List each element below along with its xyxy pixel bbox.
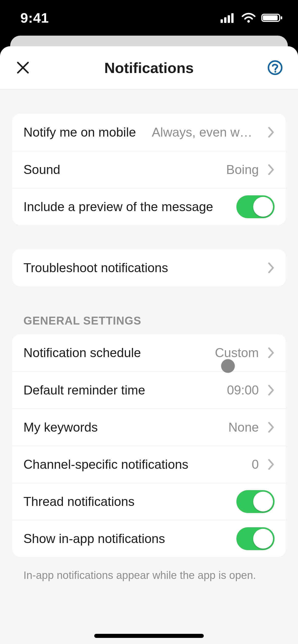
svg-rect-3: [231, 13, 234, 23]
help-icon: [267, 60, 283, 76]
svg-point-4: [247, 20, 250, 23]
chevron-right-icon: [267, 385, 275, 396]
chevron-right-icon: [267, 347, 275, 358]
row-label: Default reminder time: [23, 383, 145, 398]
chevron-right-icon: [267, 422, 275, 433]
inapp-toggle[interactable]: [236, 527, 275, 550]
row-value: 0: [252, 457, 259, 472]
threads-toggle[interactable]: [236, 490, 275, 513]
svg-rect-6: [263, 15, 278, 20]
row-value: Always, even wh…: [152, 125, 259, 140]
status-bar: 9:41: [0, 0, 298, 36]
row-notify-mobile[interactable]: Notify me on mobile Always, even wh…: [12, 114, 286, 151]
row-label: Include a preview of the message: [23, 199, 213, 214]
row-value: Custom: [215, 345, 259, 360]
chevron-right-icon: [267, 127, 275, 138]
footer-note: In-app notifications appear while the ap…: [23, 569, 286, 581]
row-troubleshoot[interactable]: Troubleshoot notifications: [12, 249, 286, 286]
row-sound[interactable]: Sound Boing: [12, 151, 286, 188]
card-mobile-notifications: Notify me on mobile Always, even wh… Sou…: [12, 114, 286, 225]
row-label: Show in-app notifications: [23, 531, 165, 546]
svg-rect-2: [228, 15, 230, 23]
svg-rect-1: [224, 17, 226, 23]
close-button[interactable]: [13, 57, 33, 78]
section-title-general: GENERAL SETTINGS: [23, 314, 286, 327]
card-troubleshoot: Troubleshoot notifications: [12, 249, 286, 286]
status-time: 9:41: [20, 10, 49, 26]
page-title: Notifications: [104, 59, 194, 76]
row-thread-notifications: Thread notifications: [12, 483, 286, 520]
row-keywords[interactable]: My keywords None: [12, 408, 286, 446]
row-label: Channel-specific notifications: [23, 457, 188, 472]
home-indicator: [94, 634, 204, 638]
svg-rect-7: [281, 16, 282, 19]
row-inapp-notifications: Show in-app notifications: [12, 520, 286, 557]
chevron-right-icon: [267, 164, 275, 175]
row-label: Notify me on mobile: [23, 125, 136, 140]
chevron-right-icon: [267, 459, 275, 470]
sheet-header: Notifications: [0, 46, 298, 90]
row-reminder-time[interactable]: Default reminder time 09:00: [12, 371, 286, 408]
row-channel-specific[interactable]: Channel-specific notifications 0: [12, 446, 286, 483]
status-right: [221, 13, 283, 23]
row-preview-toggle: Include a preview of the message: [12, 188, 286, 225]
row-value: None: [228, 420, 259, 435]
svg-rect-0: [221, 19, 223, 23]
help-button[interactable]: [265, 57, 285, 78]
preview-toggle[interactable]: [236, 195, 275, 218]
row-label: Troubleshoot notifications: [23, 260, 168, 275]
wifi-icon: [241, 13, 256, 23]
chevron-right-icon: [267, 262, 275, 273]
battery-icon: [261, 13, 283, 23]
svg-point-9: [274, 71, 276, 73]
settings-sheet: Notifications Notify me on mobile Always…: [0, 46, 298, 644]
row-label: My keywords: [23, 420, 98, 435]
row-label: Notification schedule: [23, 345, 141, 360]
row-label: Thread notifications: [23, 494, 134, 509]
row-value: 09:00: [227, 383, 259, 398]
cellular-icon: [221, 13, 236, 23]
row-value: Boing: [226, 162, 259, 177]
row-schedule[interactable]: Notification schedule Custom: [12, 334, 286, 371]
row-label: Sound: [23, 162, 60, 177]
sheet-body: Notify me on mobile Always, even wh… Sou…: [0, 90, 298, 644]
card-general-settings: Notification schedule Custom Default rem…: [12, 334, 286, 557]
close-icon: [16, 61, 30, 75]
